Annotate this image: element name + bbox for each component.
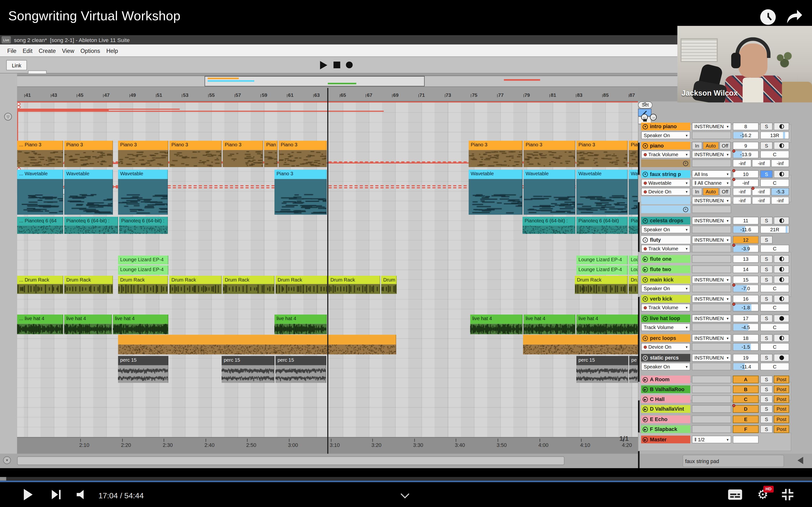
select-instrumen[interactable]: INSTRUMEN▼ — [692, 334, 731, 342]
clip-body-piano-lane[interactable] — [278, 150, 327, 167]
monitor-in-button[interactable]: In — [692, 188, 702, 195]
arm-button[interactable] — [773, 217, 789, 225]
pan-field[interactable]: C — [760, 343, 789, 351]
solo-button[interactable]: S — [760, 425, 773, 433]
collapse-arrow-icon[interactable]: ▼ — [643, 336, 648, 341]
select-speaker-on[interactable]: Speaker On▼ — [641, 131, 691, 139]
return-name-D[interactable]: ▶D ValhallaVint — [641, 405, 691, 413]
clip-body-wavetable-lane[interactable] — [274, 179, 327, 215]
menu-file[interactable]: File — [4, 45, 19, 56]
select-instrumen[interactable]: INSTRUMEN▼ — [692, 151, 731, 158]
hide-detail-arrow-icon[interactable] — [798, 457, 803, 464]
track-number-box[interactable]: 12 — [733, 236, 759, 243]
return-name-A[interactable]: ▶A Room — [641, 376, 691, 383]
add-automation-lane-button[interactable]: + — [683, 161, 688, 166]
track-number-box[interactable]: 17 — [733, 315, 759, 322]
clip-pianoteq-lane[interactable]: Pia — [628, 217, 638, 225]
clip-wavetable-lane[interactable]: Piano 3 — [274, 170, 327, 179]
clip-lounge-lane-2[interactable]: Lounge Lizard EP-4 — [118, 265, 168, 275]
solo-button[interactable]: S — [760, 255, 773, 263]
clip-piano-lane[interactable]: Piano 3 — [469, 141, 522, 150]
volume-field[interactable]: -7.0 — [733, 285, 759, 292]
play-track-icon[interactable]: ▶ — [643, 427, 648, 432]
select-wavetable[interactable]: Wavetable▼ — [641, 179, 691, 187]
track-name-live-hat-loop[interactable]: ▼live hat loop — [641, 315, 691, 322]
select-instrumen[interactable]: INSTRUMEN▼ — [692, 354, 731, 362]
clip-body-piano-lane[interactable] — [118, 150, 168, 167]
clip-body-piano-lane[interactable] — [64, 150, 113, 167]
master-track-name[interactable]: ▶Master — [641, 436, 691, 443]
clip-body-drum-rack-lane[interactable] — [118, 284, 168, 294]
clip-body-piano-lane[interactable] — [523, 150, 575, 167]
clip-lounge-lane-2[interactable]: Lou — [628, 265, 638, 275]
clip-body-piano-lane[interactable] — [576, 150, 627, 167]
clip-live-hat-lane[interactable]: live hat 4 — [64, 315, 112, 324]
play-button[interactable] — [320, 61, 327, 69]
clip-body-piano-lane[interactable] — [222, 150, 263, 167]
volume-field[interactable]: -1.5 — [733, 343, 759, 351]
show-clip-view-button[interactable]: ▾ — [3, 456, 11, 464]
solo-button[interactable]: S — [760, 354, 773, 362]
arm-button[interactable] — [773, 265, 789, 273]
clip-body-wavetable-lane[interactable] — [17, 179, 63, 215]
clip-body-pianoteq-lane[interactable] — [17, 225, 63, 234]
track-name-main-kick[interactable]: ▼main kick — [641, 276, 691, 283]
collapse-arrow-icon[interactable]: ▼ — [643, 355, 648, 360]
return-send-letter[interactable]: C — [733, 395, 759, 403]
clip-piano-lane[interactable]: Piano 3 — [169, 141, 221, 150]
pan-field[interactable]: C — [760, 245, 789, 252]
collapse-arrow-icon[interactable]: ▼ — [643, 316, 648, 321]
clip-body-pianoteq-lane[interactable] — [64, 225, 118, 234]
pan-field[interactable]: C — [760, 179, 789, 187]
select-instrumen[interactable]: INSTRUMEN▼ — [692, 295, 731, 302]
exit-fullscreen-icon[interactable] — [782, 489, 794, 500]
volume-field[interactable]: -11.6 — [733, 225, 759, 233]
solo-button[interactable]: S — [760, 142, 773, 150]
clip-body-wavetable-lane[interactable] — [118, 179, 168, 215]
clip-body-live-hat-lane[interactable] — [113, 324, 168, 334]
menu-edit[interactable]: Edit — [19, 45, 36, 56]
next-locator-button[interactable]: → — [650, 114, 657, 120]
clip-live-hat-lane[interactable]: live hat 4 — [113, 315, 168, 324]
arm-button[interactable] — [773, 276, 789, 283]
clip-body-perc-15-lane[interactable] — [576, 365, 628, 383]
clip-live-hat-lane[interactable]: live hat 4 — [576, 315, 638, 324]
return-name-E[interactable]: ▶E Echo — [641, 415, 691, 423]
clip-perc-15-lane[interactable]: perc 15 — [275, 356, 326, 365]
clip-drum-rack-lane[interactable]: Drum Rack — [64, 276, 113, 284]
clip-body-piano-lane[interactable] — [469, 150, 522, 167]
return-name-B[interactable]: ▶B ValhallaRoo — [641, 385, 691, 393]
select-device-on[interactable]: Device On▼ — [641, 343, 691, 351]
clip-body-piano-lane[interactable] — [264, 150, 278, 167]
clip-body-perc-loops-lane[interactable] — [118, 344, 396, 354]
menu-create[interactable]: Create — [36, 45, 59, 56]
volume-field[interactable]: -inf — [733, 179, 759, 187]
volume-icon[interactable] — [77, 490, 86, 499]
value-box[interactable]: -inf — [752, 188, 770, 195]
clip-body-drum-rack-lane[interactable] — [275, 284, 327, 294]
arm-button[interactable] — [773, 334, 789, 342]
clip-body-piano-lane[interactable] — [169, 150, 221, 167]
value-box[interactable]: -inf — [771, 196, 789, 204]
volume-field[interactable]: -3.9 — [733, 245, 759, 252]
select-all-ins[interactable]: All Ins▼ — [692, 170, 731, 178]
next-button[interactable] — [52, 490, 63, 499]
clip-pianoteq-lane[interactable]: Pianoteq 6 (64-bit) : — [522, 217, 575, 225]
record-button[interactable] — [346, 62, 353, 68]
select-track-volume[interactable]: Track Volume▼ — [641, 323, 691, 331]
arm-button[interactable] — [773, 315, 789, 322]
post-fader-button[interactable]: Post — [773, 405, 789, 413]
solo-button[interactable]: S — [760, 334, 773, 342]
track-name-perc-loops[interactable]: ▼perc loops — [641, 334, 691, 342]
clip-wavetable-lane[interactable]: Wavetable — [469, 170, 522, 179]
post-fader-button[interactable]: Post — [773, 385, 789, 393]
clip-drum-rack-lane[interactable]: Drum Rack — [222, 276, 274, 284]
clip-wavetable-lane[interactable]: ... Wavetable — [17, 170, 63, 179]
clip-body-drum-rack-lane[interactable] — [169, 284, 221, 294]
clip-body-drum-rack-lane[interactable] — [575, 284, 628, 294]
clip-drum-rack-lane[interactable]: Drum Rack — [275, 276, 327, 284]
track-number-box[interactable]: 9 — [733, 142, 759, 150]
play-track-icon[interactable]: ▶ — [643, 437, 648, 442]
clip-body-live-hat-lane[interactable] — [64, 324, 112, 334]
clip-perc-15-lane[interactable]: perc 15 — [576, 356, 628, 365]
